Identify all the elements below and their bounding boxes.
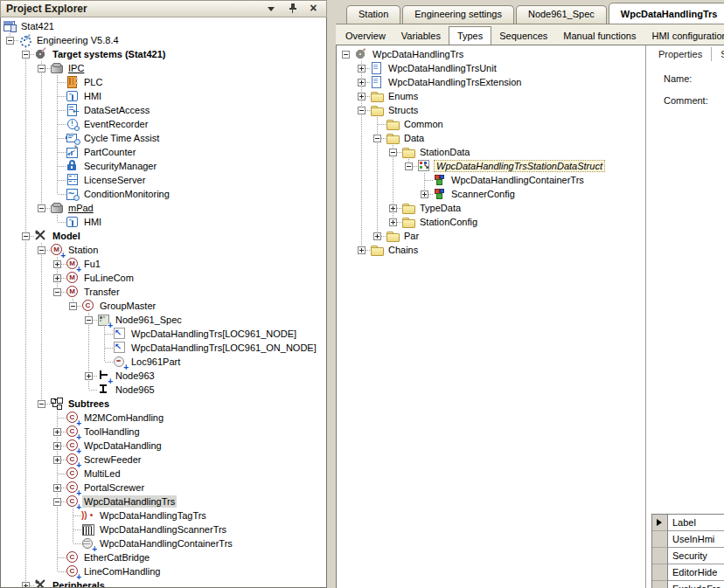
- tree-item[interactable]: WpcDataHandlingTrs: [338, 47, 645, 61]
- tree-item[interactable]: C+WpcDataHandlingTrs: [3, 495, 326, 508]
- tree-item[interactable]: HMI: [3, 215, 326, 229]
- document-tab-node961-spec[interactable]: Node961_Spec: [516, 5, 607, 24]
- tree-item[interactable]: ←DataSetAccess: [3, 103, 326, 117]
- row-header-cell[interactable]: [652, 581, 668, 588]
- expander-minus-icon[interactable]: [22, 232, 30, 240]
- expander-plus-icon[interactable]: [389, 204, 397, 212]
- tree-item[interactable]: StationData: [338, 145, 645, 159]
- tree-item[interactable]: ↖WpcDataHandlingTrs[LOC961_NODE]: [3, 327, 326, 341]
- tree-item[interactable]: ↖WpcDataHandlingTrs[LOC961_ON_NODE]: [3, 341, 326, 355]
- expander-minus-icon[interactable]: [358, 107, 365, 114]
- expander-minus-icon[interactable]: [389, 149, 397, 156]
- tree-item[interactable]: CMultiLed: [3, 467, 326, 481]
- expander-minus-icon[interactable]: [38, 204, 45, 212]
- tree-item[interactable]: C+M2MComHandling: [3, 411, 326, 425]
- expander-minus-icon[interactable]: [53, 498, 61, 506]
- tree-item[interactable]: Chains: [338, 243, 645, 257]
- expander-minus-icon[interactable]: [373, 135, 381, 142]
- expander-minus-icon[interactable]: [69, 302, 77, 310]
- attribute-cell[interactable]: UseInHmi: [668, 531, 724, 548]
- tree-item[interactable]: Stat421: [3, 19, 326, 33]
- expander-plus-icon[interactable]: [358, 93, 365, 100]
- tree-item[interactable]: StationConfig: [338, 215, 645, 229]
- tree-item[interactable]: M+Station: [3, 243, 326, 257]
- tree-item[interactable]: Peripherals: [3, 578, 326, 588]
- view-tab-overview[interactable]: Overview: [338, 27, 393, 45]
- tree-item[interactable]: +WpcDataHandlingContainerTrs: [3, 536, 326, 550]
- tree-item[interactable]: Subtrees: [3, 397, 326, 411]
- expander-minus-icon[interactable]: [38, 65, 45, 73]
- tree-item[interactable]: SecurityManager: [3, 159, 326, 173]
- view-tab-manual-functions[interactable]: Manual functions: [555, 27, 644, 45]
- row-header-cell[interactable]: [652, 548, 668, 564]
- tree-item[interactable]: ↘WpcDataHandlingTrsStationDataStruct: [338, 159, 645, 173]
- tree-item[interactable]: Enums: [338, 89, 645, 103]
- expander-minus-icon[interactable]: [38, 246, 45, 254]
- view-tab-sequences[interactable]: Sequences: [491, 27, 555, 45]
- tree-item[interactable]: ScannerConfig: [338, 187, 645, 201]
- tree-item[interactable]: WpcDataHandlingTrsExtension: [338, 75, 645, 89]
- attribute-cell[interactable]: Security: [668, 548, 724, 564]
- tree-item[interactable]: WpcDataHandlingContainerTrs: [338, 173, 645, 187]
- row-header-cell[interactable]: [652, 515, 668, 531]
- view-tab-types[interactable]: Types: [449, 26, 491, 45]
- properties-tab-su[interactable]: Su: [711, 47, 724, 61]
- close-panel-button[interactable]: ×: [309, 3, 321, 15]
- row-header-cell[interactable]: [652, 531, 668, 548]
- auto-hide-pin-button[interactable]: [287, 3, 299, 15]
- expander-minus-icon[interactable]: [38, 400, 45, 408]
- tree-item[interactable]: C+PortalScrewer: [3, 481, 326, 495]
- tree-item[interactable]: C+LineComHandling: [3, 564, 326, 578]
- document-tab-wpcdatahandlingtrs[interactable]: WpcDataHandlingTrs: [609, 3, 724, 24]
- expander-plus-icon[interactable]: [53, 484, 61, 492]
- tree-item[interactable]: CEtherCatBridge: [3, 550, 326, 564]
- tree-item[interactable]: CGroupMaster: [3, 299, 326, 313]
- attribute-cell[interactable]: EditorHide: [668, 564, 724, 581]
- tree-item[interactable]: TypeData: [338, 201, 645, 215]
- expander-plus-icon[interactable]: [373, 232, 381, 240]
- tree-item[interactable]: C+ScrewFeeder: [3, 453, 326, 467]
- expander-plus-icon[interactable]: [53, 428, 61, 436]
- tree-item[interactable]: +Node963: [3, 369, 326, 383]
- properties-tab-properties[interactable]: Properties: [657, 47, 711, 61]
- expander-minus-icon[interactable]: [405, 163, 413, 170]
- tree-item[interactable]: WpcDataHandlingScannerTrs: [3, 522, 326, 536]
- tree-item[interactable]: Target systems (Stat421): [3, 47, 326, 61]
- tree-item[interactable]: C+ToolHandling: [3, 425, 326, 439]
- tree-item[interactable]: ))WpcDataHandlingTagTrs: [3, 508, 326, 522]
- expander-plus-icon[interactable]: [358, 246, 365, 254]
- tree-item[interactable]: Structs: [338, 103, 645, 117]
- tree-item[interactable]: HMI: [3, 89, 326, 103]
- attribute-cell[interactable]: ExcludeFro: [668, 581, 724, 588]
- tree-item[interactable]: C+WpcDataHandling: [3, 439, 326, 453]
- tree-item[interactable]: Cycle Time Assist: [3, 131, 326, 145]
- expander-plus-icon[interactable]: [421, 190, 428, 198]
- expander-minus-icon[interactable]: [342, 51, 350, 59]
- tree-item[interactable]: mPad: [3, 201, 326, 215]
- expander-minus-icon[interactable]: [22, 51, 30, 59]
- tree-item[interactable]: MTransfer: [3, 285, 326, 299]
- expander-plus-icon[interactable]: [22, 582, 30, 588]
- tree-item[interactable]: +Loc961Part: [3, 355, 326, 369]
- tree-item[interactable]: LicenseServer: [3, 173, 326, 187]
- tree-item[interactable]: PartCounter: [3, 145, 326, 159]
- expander-plus-icon[interactable]: [53, 442, 61, 450]
- tree-item[interactable]: +Node961_Spec: [3, 313, 326, 327]
- tree-item[interactable]: Engineering V5.8.4: [3, 33, 326, 47]
- tree-item[interactable]: EventRecorder: [3, 117, 326, 131]
- attribute-cell[interactable]: Label: [668, 515, 724, 531]
- tree-item[interactable]: Data: [338, 131, 645, 145]
- tree-item[interactable]: M+Fu1: [3, 257, 326, 271]
- tree-item[interactable]: PLC: [3, 75, 326, 89]
- document-tab-station[interactable]: Station: [346, 5, 400, 24]
- expander-minus-icon[interactable]: [53, 288, 61, 296]
- expander-plus-icon[interactable]: [85, 372, 93, 380]
- expander-plus-icon[interactable]: [53, 260, 61, 268]
- expander-plus-icon[interactable]: [358, 65, 365, 73]
- expander-minus-icon[interactable]: [6, 37, 14, 45]
- panel-splitter[interactable]: [327, 0, 336, 588]
- panel-menu-button[interactable]: [265, 3, 277, 15]
- expander-plus-icon[interactable]: [389, 218, 397, 226]
- expander-plus-icon[interactable]: [53, 456, 61, 464]
- view-tab-hmi-configuration[interactable]: HMI configuration: [644, 27, 724, 45]
